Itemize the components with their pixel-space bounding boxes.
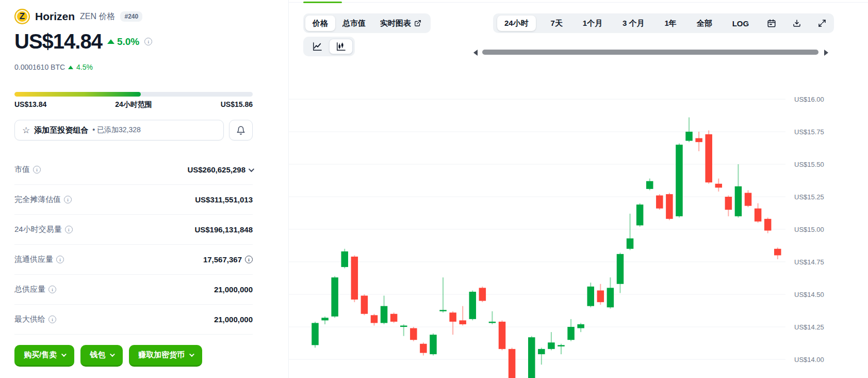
candle[interactable] [361, 294, 368, 315]
candle[interactable] [587, 282, 594, 307]
candle[interactable] [410, 327, 417, 341]
price-row: US$14.84 5.0% i [14, 30, 152, 53]
chevron-down-icon[interactable] [249, 166, 254, 171]
price-info-icon[interactable]: i [144, 38, 152, 45]
candle[interactable] [597, 284, 604, 305]
stat-value: 21,000,000 [214, 285, 253, 294]
candle[interactable] [420, 342, 427, 355]
candle-body [361, 296, 368, 314]
download-icon [792, 19, 801, 28]
candle[interactable] [705, 130, 712, 183]
candle[interactable] [745, 190, 752, 207]
candle[interactable] [469, 290, 477, 320]
candle[interactable] [321, 317, 329, 324]
add-to-portfolio-button[interactable]: ☆ 添加至投资组合 • 已添加32,328 [14, 120, 224, 140]
candle-body [705, 134, 712, 182]
candle[interactable] [755, 203, 762, 223]
candle[interactable] [499, 320, 506, 350]
price-alert-button[interactable] [229, 120, 253, 140]
candle[interactable] [567, 319, 575, 341]
action-button-buy-sell[interactable]: 购买/售卖 [14, 345, 74, 367]
candle[interactable] [400, 324, 407, 336]
stat-label: 流通供应量i [14, 255, 64, 264]
price-change-24h: 5.0% [107, 36, 139, 48]
candle[interactable] [331, 276, 338, 318]
arrow-up-icon [107, 39, 114, 44]
info-icon[interactable]: i [48, 316, 56, 323]
stat-value-text: US$260,625,298 [187, 165, 245, 174]
candle[interactable] [489, 311, 496, 324]
candle-body [715, 184, 723, 188]
candle[interactable] [538, 348, 545, 365]
stat-value-text: US$311,551,013 [195, 195, 253, 204]
stat-value-text: 21,000,000 [214, 315, 253, 324]
candle[interactable] [695, 132, 702, 151]
range-7天[interactable]: 7天 [546, 15, 568, 31]
candle-body [577, 324, 584, 328]
range-1个月[interactable]: 1个月 [578, 15, 608, 31]
candle[interactable] [341, 249, 348, 269]
stat-row: 市值iUS$260,625,298 [14, 155, 253, 185]
candle[interactable] [735, 164, 742, 217]
candle[interactable] [430, 334, 437, 356]
candle[interactable] [558, 344, 565, 354]
candle[interactable] [312, 322, 319, 348]
candlestick-chart[interactable]: US$16.00US$15.75US$15.50US$15.25US$15.00… [289, 72, 868, 378]
candle[interactable] [774, 247, 781, 259]
candle[interactable] [617, 253, 624, 293]
stat-label: 市值i [14, 165, 41, 175]
candle[interactable] [715, 179, 723, 192]
tab-price[interactable]: 价格 [305, 15, 335, 31]
action-button-earn-crypto[interactable]: 赚取加密货币 [129, 345, 202, 367]
candle[interactable] [548, 332, 555, 350]
candle-body [646, 181, 653, 189]
current-price: US$14.84 [14, 30, 102, 53]
candle[interactable] [627, 214, 634, 250]
chevron-down-icon [110, 352, 115, 357]
scrollbar-thumb[interactable] [482, 50, 818, 55]
calendar-button[interactable] [764, 15, 779, 31]
info-icon[interactable]: i [65, 226, 73, 233]
y-axis-label: US$14.25 [794, 323, 824, 331]
calendar-icon [767, 19, 776, 28]
range-3个月[interactable]: 3 个月 [617, 15, 650, 31]
scroll-left-arrow-icon[interactable] [473, 50, 478, 56]
info-icon[interactable]: i [56, 256, 64, 263]
candle[interactable] [528, 336, 535, 378]
horizen-logo-icon: Z [14, 9, 30, 24]
candle[interactable] [636, 203, 644, 227]
candle[interactable] [646, 179, 653, 191]
candle[interactable] [439, 277, 447, 312]
candle[interactable] [459, 306, 466, 326]
scroll-right-arrow-icon[interactable] [824, 50, 828, 56]
tab-market-cap[interactable]: 总市值 [335, 15, 373, 31]
candle[interactable] [479, 287, 486, 302]
range-全部[interactable]: 全部 [692, 15, 717, 31]
range-24小时[interactable]: 24小时 [497, 15, 536, 31]
candle[interactable] [509, 348, 516, 378]
expand-button[interactable] [814, 15, 830, 31]
info-icon[interactable]: i [245, 256, 253, 263]
tab-live-chart[interactable]: 实时图表 [373, 15, 429, 31]
candle[interactable] [725, 195, 732, 216]
action-button-wallet[interactable]: 钱包 [80, 345, 123, 367]
candle[interactable] [371, 314, 378, 326]
candle[interactable] [685, 117, 693, 142]
candle[interactable] [764, 217, 772, 233]
candle[interactable] [666, 193, 673, 220]
info-icon[interactable]: i [33, 166, 41, 174]
info-icon[interactable]: i [64, 196, 72, 203]
rank-badge: #240 [120, 11, 142, 22]
download-button[interactable] [789, 15, 805, 31]
candle[interactable] [607, 277, 614, 308]
candle[interactable] [381, 296, 388, 324]
range-1年[interactable]: 1年 [660, 15, 682, 31]
candle[interactable] [577, 323, 584, 332]
candle[interactable] [449, 311, 456, 335]
candle[interactable] [390, 312, 398, 323]
range-LOG[interactable]: LOG [727, 15, 755, 31]
info-icon[interactable]: i [48, 286, 56, 293]
candle[interactable] [656, 194, 663, 210]
candle[interactable] [676, 144, 683, 218]
candle[interactable] [351, 255, 358, 302]
